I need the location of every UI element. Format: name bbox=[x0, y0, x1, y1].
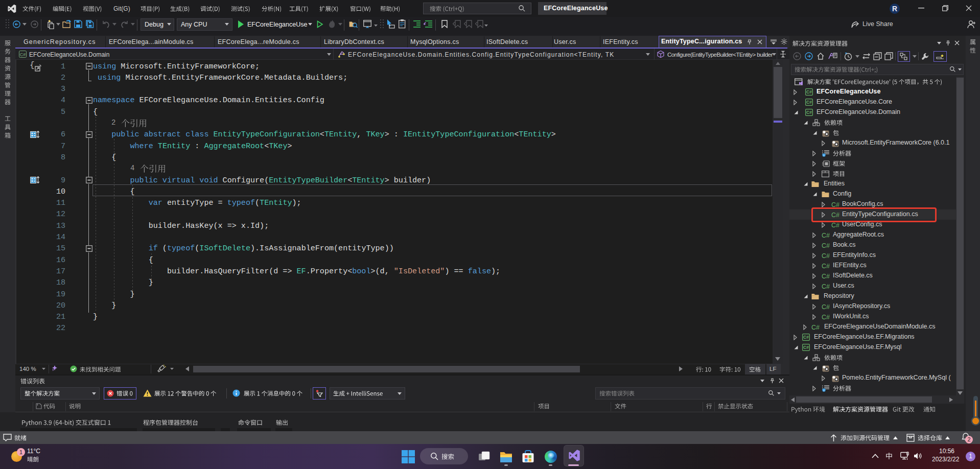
svg-text:C#: C# bbox=[803, 335, 809, 340]
svg-text:C#: C# bbox=[831, 201, 839, 208]
svg-text:C#: C# bbox=[822, 232, 830, 239]
svg-text:C#: C# bbox=[806, 110, 812, 115]
svg-text:C#: C# bbox=[822, 263, 830, 270]
svg-text:C#: C# bbox=[822, 273, 830, 280]
svg-text:C#: C# bbox=[811, 324, 820, 331]
svg-text:C#: C# bbox=[20, 52, 26, 57]
svg-text:C#: C# bbox=[806, 100, 812, 105]
svg-text:C#: C# bbox=[822, 252, 830, 260]
svg-text:C#: C# bbox=[831, 222, 839, 229]
svg-text:C#: C# bbox=[822, 314, 830, 321]
svg-text:C#: C# bbox=[803, 345, 809, 350]
svg-text:C#: C# bbox=[806, 89, 812, 95]
svg-text:C#: C# bbox=[822, 303, 830, 311]
svg-text:C#: C# bbox=[822, 283, 830, 290]
svg-text:C#: C# bbox=[822, 242, 830, 249]
